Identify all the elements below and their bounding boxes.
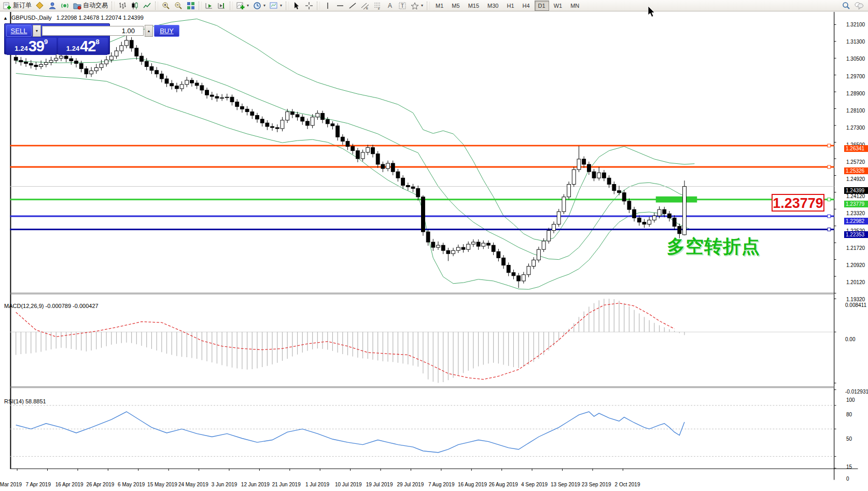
price-level-badge: 1.25326 [844, 167, 868, 174]
timeframe-w1-button[interactable]: W1 [550, 1, 566, 11]
toolbar-group [116, 0, 153, 11]
toolbar-group [160, 0, 197, 11]
price-level-badge: 1.22982 [844, 218, 868, 225]
zoom-in-button[interactable] [160, 0, 172, 11]
autotrade-icon [73, 2, 81, 10]
chat-button[interactable] [852, 0, 866, 11]
buy-price-display[interactable]: 1.24 42 8 [58, 38, 108, 55]
macd-axis-tick-label: -0.012931 [845, 389, 868, 395]
bar-chart-style-button[interactable] [116, 0, 129, 11]
mouse-cursor [648, 6, 656, 19]
market-watch-button[interactable] [46, 0, 59, 11]
trendline-tool-button[interactable] [346, 0, 359, 11]
bars-icon [118, 2, 127, 10]
price-axis-tick-label: 1.20120 [846, 279, 865, 285]
price-level-badge: 1.26341 [844, 145, 868, 152]
level-handle[interactable] [828, 165, 831, 169]
new-order-button-label: 新订单 [13, 1, 32, 10]
price-axis-tick-label: 1.32100 [846, 22, 865, 27]
shapes-tool-button[interactable]: ▾ [409, 0, 425, 11]
sell-price-point: 9 [44, 38, 48, 45]
signals-icon [61, 2, 69, 10]
price-axis-tick-label: 1.28900 [846, 91, 865, 96]
timeframe-m5-button[interactable]: M5 [448, 1, 463, 11]
add-indicator-button[interactable]: ▾ [234, 0, 251, 11]
highlight-zone[interactable] [656, 197, 697, 203]
volume-input[interactable] [42, 26, 144, 36]
timeframe-h4-button[interactable]: H4 [519, 1, 534, 11]
price-annotation-box[interactable]: 1.23779 [772, 194, 824, 212]
vertical-line-tool-button[interactable] [321, 0, 334, 11]
candlestick-style-button[interactable] [129, 0, 141, 11]
zoom-out-button[interactable] [172, 0, 185, 11]
textT-icon: T [398, 2, 407, 10]
shapes-icon [411, 2, 419, 10]
dropdown-caret-icon[interactable]: ▾ [247, 3, 249, 8]
turning-point-annotation: 多空转折点 [667, 234, 760, 259]
tile-windows-button[interactable] [185, 0, 197, 11]
fibo-icon: F [373, 2, 382, 10]
buy-price-base: 1.24 [66, 44, 79, 54]
collapse-panel-icon[interactable]: ▲ [3, 16, 8, 21]
buy-button[interactable]: BUY [154, 25, 179, 37]
level-handle[interactable] [828, 144, 831, 147]
label-tool-button[interactable]: T [396, 0, 409, 11]
toolbar-separator [427, 2, 430, 10]
indicator-list-button[interactable] [34, 0, 46, 11]
toolbar-right-icons [840, 0, 866, 11]
sell-button[interactable]: SELL [6, 25, 32, 37]
chart-shift-button[interactable] [216, 0, 228, 11]
toolbar-group: 新订单自动交易 [1, 0, 110, 11]
volume-decrease-button[interactable]: ▼ [33, 25, 41, 37]
text-tool-button[interactable]: A [384, 0, 396, 11]
timeframe-h1-button[interactable]: H1 [503, 1, 517, 11]
volume-increase-button[interactable]: ▲ [145, 25, 153, 37]
level-handle[interactable] [828, 215, 831, 218]
crosshair-tool-button[interactable] [303, 0, 315, 11]
horizontal-line-tool-button[interactable] [334, 0, 346, 11]
signals-button[interactable] [59, 0, 71, 11]
timeframe-mn-button[interactable]: MN [567, 1, 583, 11]
chart-shift-icon [218, 2, 226, 10]
fibonacci-tool-button[interactable]: F [371, 0, 384, 11]
macd-histogram [16, 299, 684, 383]
periods-button[interactable]: ▾ [251, 0, 268, 11]
rsi-indicator-label: RSI(14) 58.8851 [4, 398, 46, 404]
current-price-badge: 1.24399 [844, 187, 868, 194]
sell-price-display[interactable]: 1.24 39 9 [6, 38, 57, 55]
macd-axis-tick-label: 0.00 [845, 336, 855, 342]
level-handle[interactable] [828, 228, 831, 231]
price-axis-tick-label: 1.30500 [846, 56, 865, 62]
templates-button[interactable]: ▾ [268, 0, 284, 11]
market-watch-icon [48, 2, 57, 10]
toolbar-separator [199, 2, 202, 10]
rsi-axis-tick-label: 50 [846, 436, 852, 442]
buy-price-pips: 42 [80, 39, 95, 54]
price-axis-tick-label: 1.21720 [846, 245, 865, 251]
new-order-button[interactable]: 新订单 [1, 0, 34, 11]
toolbar-group: EFAT▾ [321, 0, 425, 11]
svg-text:E: E [366, 7, 368, 10]
autotrade-button[interactable]: 自动交易 [71, 0, 110, 11]
rsi-axis-tick-label: 80 [846, 412, 852, 417]
line-chart-style-button[interactable] [141, 0, 153, 11]
level-handle[interactable] [828, 198, 831, 201]
dropdown-caret-icon[interactable]: ▾ [280, 3, 282, 8]
timeframe-m30-button[interactable]: M30 [484, 1, 502, 11]
timeframe-m15-button[interactable]: M15 [465, 1, 483, 11]
timeframe-d1-button[interactable]: D1 [535, 1, 549, 11]
dropdown-caret-icon[interactable]: ▾ [421, 3, 423, 8]
chart-symbol-period: GBPUSD-,Daily [11, 15, 52, 21]
dropdown-caret-icon[interactable]: ▾ [263, 3, 265, 8]
cursor-tool-button[interactable] [290, 0, 303, 11]
auto-scroll-button[interactable] [203, 0, 216, 11]
search-button[interactable] [840, 0, 852, 11]
channel-tool-button[interactable]: E [359, 0, 371, 11]
toolbar-separator [111, 2, 115, 10]
toolbar-group [203, 0, 228, 11]
svg-text:T: T [401, 3, 404, 9]
timeframe-m1-button[interactable]: M1 [432, 1, 447, 11]
price-axis-tick-label: 1.24920 [846, 176, 865, 182]
rsi-line [16, 412, 684, 453]
sell-price-pips: 39 [29, 39, 44, 54]
